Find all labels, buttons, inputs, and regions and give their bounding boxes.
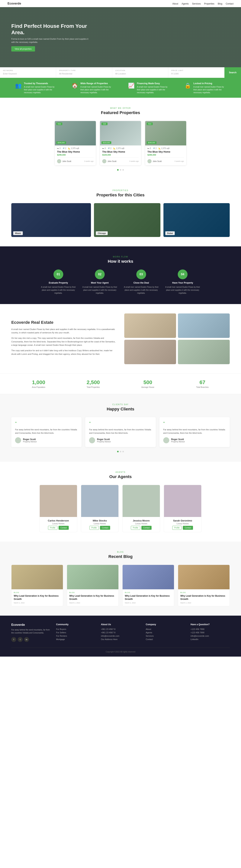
t-dot-2[interactable] — [120, 451, 121, 452]
testimonial-card: " Far away behind the word mountains, fa… — [85, 417, 156, 447]
property-card[interactable]: New $299,000 🛏 3 🚿 2 📐 2,375 sqft The Bl… — [55, 121, 96, 165]
footer-link[interactable]: info@ecoverde.com — [101, 635, 140, 637]
footer-links: +123 456 7890+123 456 7890info@ecoverde.… — [191, 628, 230, 641]
feature-item: 🏠 Wide Range of Properties A small river… — [72, 82, 113, 94]
footer-link[interactable]: For Buyers — [56, 628, 95, 630]
agent-card-name: Jessica Moore — [125, 519, 158, 522]
logo[interactable]: Ecoverde — [7, 2, 21, 5]
hero-cta-button[interactable]: View all properties — [11, 46, 35, 52]
agent-contact-button[interactable]: Contact — [183, 526, 193, 530]
agents-label: AGENTS — [11, 471, 230, 473]
author-info: Roger Scott Property Advisor — [171, 438, 185, 443]
dot-3[interactable] — [123, 169, 124, 170]
blog-info: BLOG Why Lead Generation is Key for Busi… — [123, 589, 174, 606]
author-name: Roger Scott — [171, 438, 185, 441]
about-paragraph: The copy said practice for and so it did… — [11, 349, 117, 356]
property-card[interactable]: New $289,000 🛏 3 🚿 2 📐 2,375 sqft The Bl… — [145, 121, 186, 165]
facebook-icon[interactable]: f — [11, 637, 16, 642]
property-card[interactable]: Sale $329,000 🛏 3 🚿 2 📐 2,375 sqft The B… — [100, 121, 141, 165]
baths: 🚿 2 — [153, 147, 157, 149]
footer-links: For BuyersFor SellersFor RentersMortgage — [56, 628, 95, 641]
footer-link[interactable]: +123 456 7890 — [191, 628, 230, 630]
cities-section: PROPERTIES Properties for this Cities Mi… — [0, 180, 241, 246]
stat-item: 2,500 Total Properties — [66, 379, 121, 388]
nav-link-contact[interactable]: Contact — [226, 2, 234, 5]
twitter-icon[interactable]: t — [18, 637, 23, 642]
instagram-icon[interactable]: in — [24, 637, 29, 642]
t-dot-1[interactable] — [117, 451, 118, 452]
about-paragraph: On her way she met a copy. The copy warn… — [11, 336, 117, 347]
agent-profile-button[interactable]: Profile — [48, 526, 57, 530]
agent-card-info: Jessica Moore Luxury Homes Profile Conta… — [123, 517, 160, 532]
footer-link[interactable]: +123 456 7890 — [191, 631, 230, 634]
nav-link-blog[interactable]: Blog — [218, 2, 222, 5]
agent-contact-button[interactable]: Contact — [100, 526, 110, 530]
footer-link[interactable]: Services — [146, 635, 185, 637]
footer-link[interactable]: For Sellers — [56, 631, 95, 634]
footer-link[interactable]: About — [146, 628, 185, 630]
blog-image — [67, 565, 118, 589]
footer-social: f t in — [11, 637, 50, 642]
blog-label: BLOG — [11, 551, 230, 553]
dot-2[interactable] — [120, 169, 121, 170]
city-card[interactable]: Miami — [11, 203, 91, 237]
footer-link[interactable]: +961 23 4567 8 — [101, 631, 140, 634]
about-title: Ecoverde Real Estate — [11, 320, 117, 325]
agent-avatar — [57, 159, 61, 163]
city-card[interactable]: Dubai — [163, 203, 230, 237]
footer-link[interactable]: +961 23 4567 8 — [101, 628, 140, 630]
testimonials-title: Happy Clients — [11, 407, 230, 411]
agent-card-name: Carlos Henderson — [42, 519, 75, 522]
search-field-label: Location — [115, 69, 165, 71]
agent-contact-button[interactable]: Contact — [58, 526, 69, 530]
footer-link[interactable]: For Renters — [56, 635, 95, 637]
blog-post-title: Why Lead Generation is Key for Business … — [14, 594, 61, 601]
footer-link[interactable]: Contact — [146, 638, 185, 641]
nav-link-agents[interactable]: Agents — [182, 2, 189, 5]
blog-tag: BLOG — [69, 592, 116, 593]
blog-card[interactable]: BLOG Why Lead Generation is Key for Busi… — [123, 565, 174, 606]
city-card[interactable]: Chicago — [94, 203, 160, 237]
author-role: Property Advisor — [171, 441, 185, 443]
agent-profile-button[interactable]: Profile — [131, 526, 140, 530]
footer-link[interactable]: info@ecoverde.com — [191, 635, 230, 637]
about-text: Ecoverde Real Estate A small river named… — [11, 320, 117, 358]
search-field-keyword: KeywordEnter Keyword — [0, 67, 56, 78]
testimonial-author: Roger Scott Property Advisor — [15, 437, 78, 443]
hero-title: Find Perfect House From Your Area. — [11, 23, 90, 35]
search-field-price-limit: Price LimitR 3,000 — [168, 67, 224, 78]
blog-post-title: Why Lead Generation is Key for Business … — [180, 594, 227, 601]
blog-card[interactable]: BLOG Why Lead Generation is Key for Busi… — [178, 565, 230, 606]
step-number: 01 — [53, 270, 63, 279]
search-button[interactable]: Search — [224, 67, 241, 78]
agent-profile-button[interactable]: Profile — [172, 526, 182, 530]
agent-card: Jessica Moore Luxury Homes Profile Conta… — [123, 485, 160, 532]
blog-card[interactable]: BLOG Why Lead Generation is Key for Busi… — [67, 565, 118, 606]
carousel-dots — [11, 169, 230, 170]
footer-link[interactable]: Agents — [146, 631, 185, 634]
nav-link-about[interactable]: About — [172, 2, 178, 5]
nav-link-services[interactable]: Services — [192, 2, 201, 5]
nav-link-properties[interactable]: Properties — [204, 2, 214, 5]
stat-label: Area Population — [11, 386, 66, 388]
footer-link[interactable]: LinkedIn — [191, 638, 230, 641]
testimonial-author: Roger Scott Property Advisor — [89, 437, 152, 443]
stat-item: 1,000 Area Population — [11, 379, 66, 388]
agent-name: John Scott — [62, 160, 71, 162]
footer-link[interactable]: Mortgage — [56, 638, 95, 641]
features-strip: 👥 Trusted by Thousands A small river nam… — [0, 79, 241, 98]
feature-content: Financing Made Easy A small river named … — [137, 82, 169, 94]
footer-link[interactable]: Our Address Here — [101, 638, 140, 641]
agent-card-name: Mike Stocks — [83, 519, 116, 522]
agent-name: John Scott — [108, 160, 116, 162]
agent-card-info: Sarah Geronimo Luxury Homes Profile Cont… — [164, 517, 201, 532]
blog-info: BLOG Why Lead Generation is Key for Busi… — [178, 589, 230, 606]
feature-icon: 🏠 — [72, 83, 78, 89]
dot-1[interactable] — [117, 169, 118, 170]
step-description: A small river named Duden Flows by their… — [123, 286, 160, 294]
agent-contact-button[interactable]: Contact — [141, 526, 152, 530]
t-dot-3[interactable] — [123, 451, 124, 452]
stat-number: 1,000 — [11, 379, 66, 385]
blog-card[interactable]: BLOG Why Lead Generation is Key for Busi… — [11, 565, 63, 606]
agent-profile-button[interactable]: Profile — [89, 526, 99, 530]
